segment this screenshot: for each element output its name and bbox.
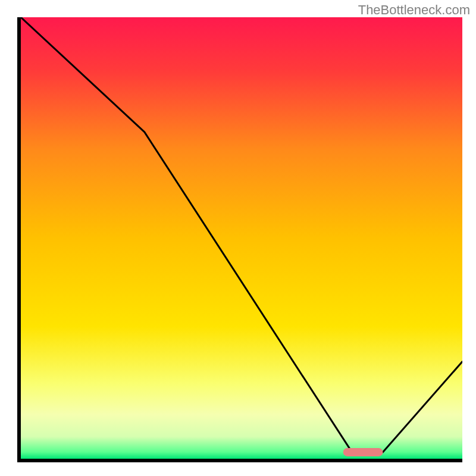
optimal-range-marker [343, 448, 383, 456]
chart-container: TheBottleneck.com [0, 0, 476, 476]
marker-layer [21, 17, 462, 459]
watermark-label: TheBottleneck.com [358, 2, 470, 18]
plot-area [21, 17, 462, 459]
